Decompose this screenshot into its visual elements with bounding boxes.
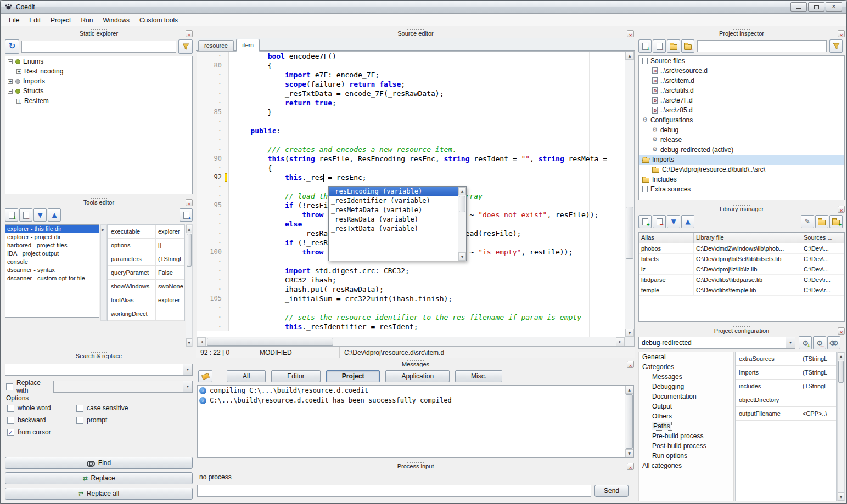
category-all-categories[interactable]: All categories: [639, 461, 733, 471]
tools-editor-header[interactable]: Tools editor ✕: [4, 197, 194, 207]
messages-header[interactable]: Messages ✕: [196, 359, 635, 369]
editor-vertical-scrollbar[interactable]: ▲ ▼: [625, 52, 634, 337]
property-executable[interactable]: executableexplorer: [108, 225, 184, 239]
code-editor[interactable]: · bool encodee7F()80 {· import e7F: enco…: [197, 51, 635, 347]
replace-term-combo[interactable]: ▾: [53, 381, 193, 393]
column-header-sources[interactable]: Sources ...: [801, 233, 844, 243]
category-post-build-process[interactable]: Post-build process: [639, 441, 733, 451]
checkbox-box[interactable]: [76, 417, 83, 424]
checkbox-box[interactable]: [76, 405, 83, 412]
menu-item-windows[interactable]: Windows: [98, 15, 134, 26]
checkbox-box[interactable]: [7, 417, 14, 424]
close-window-button[interactable]: ✕: [826, 2, 842, 12]
property-showwindows[interactable]: showWindowsswoNone: [108, 280, 184, 293]
property-value[interactable]: []: [156, 242, 184, 248]
inspector-item-src-z85-d[interactable]: ..\src\z85.d: [639, 105, 844, 115]
tree-item-structs[interactable]: −Structs: [5, 86, 192, 96]
property-options[interactable]: options[]: [108, 239, 184, 252]
move-tool-up-button[interactable]: ▲: [48, 208, 61, 222]
process-input-field[interactable]: [197, 485, 591, 497]
scrollbar-thumb[interactable]: [838, 361, 844, 383]
tool-item-explorer-this-file-dir[interactable]: explorer - this file dir: [5, 225, 99, 233]
move-tool-down-button[interactable]: ▼: [33, 208, 47, 222]
property-value[interactable]: explorer: [156, 297, 184, 303]
column-header-library-file[interactable]: Library file: [694, 233, 801, 243]
move-library-up-button[interactable]: ▲: [681, 215, 694, 228]
tool-item-dscanner-custom-opt-for-file[interactable]: dscanner - custom opt for file: [5, 274, 99, 282]
category-documentation[interactable]: Documentation: [639, 392, 733, 401]
close-panel-button[interactable]: ✕: [838, 206, 845, 213]
project-inspector-header[interactable]: Project inspector ✕: [637, 29, 846, 38]
inspector-item-extra-sources[interactable]: Extra sources: [639, 184, 844, 194]
minimize-button[interactable]: [790, 2, 807, 12]
library-row-temple[interactable]: templeC:\Dev\dlibs\temple.libC:\Dev\r...: [639, 285, 844, 296]
library-row-iz[interactable]: izC:\Dev\dproj\iz\lib\iz.libC:\Dev\...: [639, 264, 844, 275]
menu-item-run[interactable]: Run: [76, 15, 98, 26]
checkbox-prompt[interactable]: prompt: [76, 416, 192, 424]
close-panel-button[interactable]: ✕: [186, 30, 193, 37]
inspector-item-debug-redirected-active[interactable]: ⚙debug-redirected (active): [639, 145, 844, 155]
checkbox-whole-word[interactable]: whole word: [7, 404, 76, 412]
category-others[interactable]: Others: [639, 411, 733, 421]
search-term-combo[interactable]: ▾: [5, 364, 193, 376]
tree-item-enums[interactable]: −Enums: [5, 56, 192, 66]
tree-item-resitem[interactable]: +ResItem: [5, 96, 192, 106]
tool-item-ida-project-output[interactable]: IDA - project output: [5, 250, 99, 258]
add-library-button[interactable]: [638, 215, 652, 228]
menu-item-project[interactable]: Project: [46, 15, 76, 26]
send-button[interactable]: Send: [594, 485, 629, 497]
tool-item-explorer-project-dir[interactable]: explorer - project dir: [5, 233, 99, 241]
property-value[interactable]: (TStringL: [800, 369, 836, 376]
dropdown-button[interactable]: ▾: [183, 381, 192, 392]
remove-library-button[interactable]: [653, 215, 666, 228]
property-value[interactable]: False: [156, 269, 184, 276]
execute-tool-button[interactable]: [180, 208, 193, 222]
property-toolalias[interactable]: toolAliasexplorer: [108, 293, 184, 307]
property-value[interactable]: (TStringL: [800, 383, 836, 389]
expand-icon[interactable]: +: [16, 69, 21, 74]
category-output[interactable]: Output: [639, 401, 733, 411]
filter-all-button[interactable]: All: [227, 370, 266, 382]
tab-resource[interactable]: resource: [198, 40, 234, 51]
close-panel-button[interactable]: ✕: [627, 463, 634, 470]
remove-configuration-button[interactable]: ⚙: [813, 336, 826, 349]
tool-item-console[interactable]: console: [5, 258, 99, 266]
menu-item-custom-tools[interactable]: Custom tools: [134, 15, 183, 26]
process-input-header[interactable]: Process input ✕: [196, 461, 635, 471]
checkbox-box[interactable]: [7, 405, 14, 412]
maximize-button[interactable]: [808, 2, 824, 12]
property-value[interactable]: explorer: [156, 228, 184, 235]
inspector-filter-button[interactable]: [829, 39, 843, 53]
expand-icon[interactable]: +: [16, 99, 21, 104]
completion-item[interactable]: _resIdentifier (variable): [329, 196, 458, 206]
checkbox-box[interactable]: [6, 383, 13, 390]
completion-scrollbar[interactable]: ▲ ▼: [458, 187, 466, 261]
property-objectdirectory[interactable]: objectDirectory: [736, 393, 836, 407]
source-editor-header[interactable]: Source editor ✕: [196, 29, 635, 38]
property-includes[interactable]: includes(TStringL: [736, 380, 836, 393]
property-imports[interactable]: imports(TStringL: [736, 366, 836, 380]
collapse-icon[interactable]: −: [8, 59, 13, 64]
close-panel-button[interactable]: ✕: [627, 30, 634, 37]
property-outputfilename[interactable]: outputFilename<CPP>..\: [736, 407, 836, 421]
property-parameters[interactable]: parameters(TStringL: [108, 252, 184, 266]
clone-configuration-button[interactable]: ⚙⚙: [827, 336, 840, 349]
category-messages[interactable]: Messages: [639, 372, 733, 382]
inspector-item-release[interactable]: ⚙release: [639, 135, 844, 145]
inspector-item-src-item-d[interactable]: ..\src\item.d: [639, 76, 844, 86]
column-header-alias[interactable]: Alias: [639, 233, 694, 243]
checkbox-backward[interactable]: backward: [7, 416, 76, 424]
checkbox-case-sensitive[interactable]: case sensitive: [76, 404, 192, 412]
category-debugging[interactable]: Debugging: [639, 382, 733, 392]
inspector-expand-strip[interactable]: ▶: [100, 224, 107, 321]
expand-icon[interactable]: +: [8, 79, 13, 84]
close-panel-button[interactable]: ✕: [186, 199, 193, 206]
filter-editor-button[interactable]: Editor: [271, 370, 320, 382]
add-configuration-button[interactable]: ⚙: [799, 336, 812, 349]
property-value[interactable]: (TStringL: [156, 256, 184, 262]
library-row-libdparse[interactable]: libdparseC:\Dev\dlibs\libdparse.libC:\De…: [639, 275, 844, 285]
menu-item-edit[interactable]: Edit: [24, 15, 46, 26]
inspector-item-src-utils-d[interactable]: ..\src\utils.d: [639, 86, 844, 95]
scrollbar-thumb[interactable]: [626, 394, 633, 449]
scrollbar-thumb[interactable]: [459, 196, 465, 212]
